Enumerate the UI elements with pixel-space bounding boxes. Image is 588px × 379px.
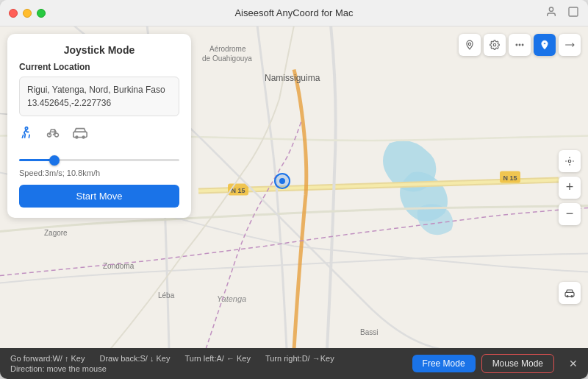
active-tool-button[interactable] <box>534 34 556 56</box>
titlebar-icons <box>545 6 579 21</box>
svg-point-0 <box>549 7 553 11</box>
svg-rect-1 <box>569 7 578 16</box>
titlebar: Aiseesoft AnyCoord for Mac <box>0 0 588 26</box>
svg-point-23 <box>567 296 568 297</box>
svg-point-20 <box>544 43 546 45</box>
user-icon[interactable] <box>545 6 557 21</box>
svg-point-21 <box>568 160 571 163</box>
zoom-in-button[interactable]: + <box>559 177 581 199</box>
location-info: Rigui, Yatenga, Nord, Burkina Faso 13.45… <box>19 77 179 116</box>
mouse-instruction: Direction: move the mouse <box>10 364 107 373</box>
svg-text:Léba: Léba <box>158 291 175 300</box>
bike-icon[interactable] <box>46 126 60 144</box>
svg-point-17 <box>516 44 517 46</box>
start-move-button[interactable]: Start Move <box>19 185 179 208</box>
svg-point-24 <box>571 296 573 297</box>
close-bottom-bar-button[interactable]: ✕ <box>569 358 578 369</box>
svg-text:Zagore: Zagore <box>44 229 68 237</box>
settings-tool-button[interactable] <box>484 34 506 56</box>
svg-point-27 <box>55 133 59 137</box>
map-toolbar <box>459 34 581 56</box>
svg-point-30 <box>82 136 85 138</box>
back-instruction: Draw back:S/ ↓ Key <box>99 354 170 363</box>
forward-instruction: Go forward:W/ ↑ Key <box>10 354 85 363</box>
svg-point-18 <box>519 44 520 46</box>
svg-point-25 <box>25 127 27 130</box>
minimize-window-button[interactable] <box>23 9 32 18</box>
svg-text:Namissiguima: Namissiguima <box>265 73 320 83</box>
svg-text:Yatenga: Yatenga <box>217 294 246 303</box>
svg-point-19 <box>522 44 523 46</box>
joystick-panel: Joystick Mode Current Location Rigui, Ya… <box>7 34 191 218</box>
location-line2: 13.452645,-2.227736 <box>27 96 171 110</box>
location-line1: Rigui, Yatenga, Nord, Burkina Faso <box>27 83 171 96</box>
free-mode-button[interactable]: Free Mode <box>412 355 476 372</box>
svg-point-29 <box>76 136 78 138</box>
transport-modes <box>19 125 179 145</box>
svg-point-15 <box>468 43 471 46</box>
map-bottom-right <box>559 282 581 304</box>
instruction-row-1: Go forward:W/ ↑ Key Draw back:S/ ↓ Key T… <box>10 354 401 363</box>
speed-slider[interactable] <box>19 159 179 161</box>
export-tool-button[interactable] <box>559 34 581 56</box>
close-window-button[interactable] <box>9 9 18 18</box>
left-instruction: Turn left:A/ ← Key <box>184 354 250 363</box>
maximize-window-button[interactable] <box>37 9 46 18</box>
speed-text: Speed:3m/s; 10.8km/h <box>19 169 179 177</box>
svg-text:de Ouahigouya: de Ouahigouya <box>202 54 252 63</box>
svg-text:Bassi: Bassi <box>360 328 378 336</box>
pin-tool-button[interactable] <box>459 34 481 56</box>
map-location-marker <box>274 173 290 189</box>
instruction-row-2: Direction: move the mouse <box>10 364 401 373</box>
walk-icon[interactable] <box>19 126 34 144</box>
locate-me-button[interactable] <box>559 150 581 172</box>
keyboard-instructions: Go forward:W/ ↑ Key Draw back:S/ ↓ Key T… <box>10 354 401 373</box>
app-window: Aiseesoft AnyCoord for Mac <box>0 0 588 379</box>
car-icon-button[interactable] <box>559 282 581 304</box>
main-content: N 15 N 15 Namissiguima Aéro <box>0 26 588 348</box>
window-size-icon[interactable] <box>567 6 579 21</box>
svg-text:Zondoma: Zondoma <box>103 262 135 270</box>
window-title: Aiseesoft AnyCoord for Mac <box>234 7 353 18</box>
speed-slider-container <box>19 151 179 164</box>
svg-point-16 <box>493 43 496 46</box>
traffic-lights <box>9 9 46 18</box>
map-area[interactable]: N 15 N 15 Namissiguima Aéro <box>0 26 588 348</box>
svg-text:N 15: N 15 <box>503 174 517 182</box>
bottom-bar: Go forward:W/ ↑ Key Draw back:S/ ↓ Key T… <box>0 348 588 379</box>
right-instruction: Turn right:D/ →Key <box>265 354 334 363</box>
dots-tool-button[interactable] <box>509 34 531 56</box>
mode-buttons: Free Mode Mouse Mode <box>412 354 554 373</box>
svg-text:Aérodrome: Aérodrome <box>209 45 246 53</box>
car-mode-icon[interactable] <box>72 125 88 145</box>
zoom-out-button[interactable]: − <box>559 203 581 225</box>
mouse-mode-button[interactable]: Mouse Mode <box>481 354 554 373</box>
current-location-label: Current Location <box>19 62 179 72</box>
zoom-controls: + − <box>559 150 581 225</box>
panel-title: Joystick Mode <box>19 44 179 56</box>
